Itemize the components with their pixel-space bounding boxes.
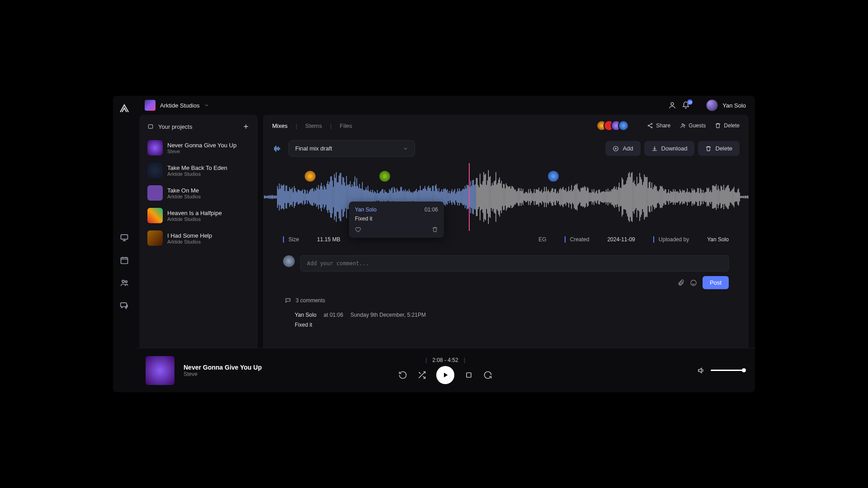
svg-rect-26 xyxy=(278,189,278,205)
project-item[interactable]: Take Me Back To EdenArktide Studios xyxy=(144,159,253,182)
svg-rect-277 xyxy=(512,186,513,207)
svg-rect-354 xyxy=(584,186,585,208)
share-button[interactable]: Share xyxy=(647,122,670,129)
waveform-comment-marker[interactable] xyxy=(547,170,560,183)
heart-icon[interactable] xyxy=(355,226,361,233)
svg-rect-441 xyxy=(665,189,666,205)
add-project-button[interactable] xyxy=(242,123,250,130)
comment-author: Yan Solo xyxy=(295,312,316,318)
tab-files[interactable]: Files xyxy=(340,122,352,129)
nav-people-icon[interactable] xyxy=(120,278,129,287)
notification-badge: 10 xyxy=(687,99,693,105)
collaborators[interactable] xyxy=(600,120,629,131)
waveform-comment-marker[interactable] xyxy=(304,170,316,183)
nav-chat-icon[interactable] xyxy=(120,301,129,310)
svg-rect-250 xyxy=(487,180,488,214)
svg-rect-369 xyxy=(598,190,599,204)
svg-rect-263 xyxy=(500,178,500,217)
main-area: Arktide Studios 10 Yan Solo Your project… xyxy=(136,96,755,392)
emoji-icon[interactable] xyxy=(690,279,697,286)
svg-rect-92 xyxy=(340,174,340,221)
rewind-button[interactable] xyxy=(398,371,407,380)
svg-point-8 xyxy=(651,127,652,128)
svg-rect-290 xyxy=(524,193,525,201)
delete-project-button[interactable]: Delete xyxy=(715,122,740,129)
tab-stems[interactable]: Stems xyxy=(305,122,322,129)
comment-input[interactable] xyxy=(300,255,729,272)
svg-rect-313 xyxy=(546,187,547,207)
play-button[interactable] xyxy=(436,366,454,384)
svg-rect-251 xyxy=(488,170,489,224)
svg-rect-458 xyxy=(681,192,682,202)
guests-button[interactable]: Guests xyxy=(679,122,706,129)
svg-rect-213 xyxy=(453,192,453,202)
nav-calendar-icon[interactable] xyxy=(120,256,129,265)
svg-rect-24 xyxy=(276,196,277,198)
waveform[interactable]: Yan Solo 01:06 Fixed it xyxy=(263,163,749,231)
svg-rect-320 xyxy=(552,188,553,206)
trash-icon[interactable] xyxy=(432,226,438,233)
svg-rect-242 xyxy=(480,174,480,221)
svg-rect-294 xyxy=(528,189,529,205)
project-item[interactable]: Take On MeArktide Studios xyxy=(144,182,253,204)
svg-rect-482 xyxy=(704,193,704,201)
attachment-icon[interactable] xyxy=(677,279,684,286)
svg-rect-168 xyxy=(410,192,411,202)
svg-rect-303 xyxy=(537,189,537,205)
svg-rect-445 xyxy=(669,193,670,201)
svg-rect-259 xyxy=(495,172,496,222)
svg-rect-314 xyxy=(547,191,547,203)
svg-rect-135 xyxy=(380,192,380,202)
svg-rect-64 xyxy=(314,192,314,203)
svg-rect-143 xyxy=(387,193,388,201)
waveform-comment-marker[interactable] xyxy=(378,170,391,183)
project-item[interactable]: Never Gonna Give You UpSteve xyxy=(144,136,253,159)
add-mix-button[interactable]: Add xyxy=(605,141,640,156)
shuffle-button[interactable] xyxy=(417,371,426,380)
account-icon[interactable] xyxy=(668,101,676,109)
post-button[interactable]: Post xyxy=(703,276,729,289)
download-mix-button[interactable]: Download xyxy=(644,141,695,156)
svg-rect-5 xyxy=(148,125,152,128)
svg-rect-206 xyxy=(446,190,447,204)
svg-rect-419 xyxy=(645,177,646,217)
project-subtitle: Arktide Studios xyxy=(167,194,201,199)
svg-rect-523 xyxy=(742,196,743,198)
stop-button[interactable] xyxy=(464,371,473,380)
nav-monitor-icon[interactable] xyxy=(120,233,129,242)
svg-rect-285 xyxy=(520,191,520,203)
svg-rect-492 xyxy=(713,185,714,209)
notifications-icon[interactable]: 10 xyxy=(682,101,690,109)
svg-rect-407 xyxy=(634,180,634,213)
svg-rect-210 xyxy=(450,193,450,200)
project-item[interactable]: I Had Some HelpArktide Studios xyxy=(144,227,253,249)
tab-mixes[interactable]: Mixes xyxy=(272,122,288,129)
svg-rect-474 xyxy=(696,192,697,202)
svg-rect-350 xyxy=(580,188,581,206)
project-item[interactable]: Heaven Is a HalfpipeArktide Studios xyxy=(144,204,253,227)
svg-rect-329 xyxy=(561,189,561,204)
svg-rect-83 xyxy=(331,176,332,218)
playhead[interactable] xyxy=(469,163,470,231)
mix-version-select[interactable]: Final mix draft xyxy=(288,140,415,157)
forward-button[interactable] xyxy=(483,371,492,380)
svg-rect-65 xyxy=(315,189,315,205)
svg-rect-56 xyxy=(306,194,307,200)
svg-rect-325 xyxy=(557,192,558,203)
workspace-selector[interactable]: Arktide Studios xyxy=(145,100,209,111)
svg-rect-399 xyxy=(626,180,627,213)
svg-rect-370 xyxy=(599,189,600,204)
svg-rect-336 xyxy=(567,191,568,203)
volume-control[interactable] xyxy=(697,366,744,375)
svg-rect-54 xyxy=(304,189,305,205)
svg-rect-526 xyxy=(745,196,745,199)
svg-rect-327 xyxy=(559,189,560,205)
svg-rect-506 xyxy=(726,187,726,207)
user-name: Yan Solo xyxy=(722,102,746,109)
svg-rect-367 xyxy=(596,190,597,204)
svg-rect-300 xyxy=(534,189,534,205)
svg-rect-296 xyxy=(530,189,531,205)
volume-slider[interactable] xyxy=(711,370,744,371)
delete-mix-button[interactable]: Delete xyxy=(698,141,740,156)
user-menu[interactable]: Yan Solo xyxy=(706,99,746,111)
